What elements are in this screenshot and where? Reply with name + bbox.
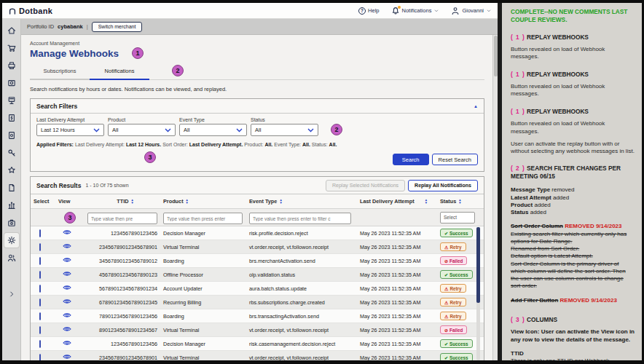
event-type-select[interactable]: All xyxy=(179,124,247,136)
cell-last-delivery: May 26 2023 11:52:35 AM xyxy=(360,285,440,292)
collapse-icon[interactable]: ▲ xyxy=(474,104,478,108)
terminal-icon[interactable] xyxy=(4,58,19,73)
status-badge: Retry xyxy=(440,312,466,320)
applied-value: Last Delivery Attempt. xyxy=(189,142,243,147)
cell-last-delivery: May 26 2023 11:52:35 AM xyxy=(360,341,440,347)
switch-merchant-button[interactable]: Switch merchant xyxy=(92,22,143,32)
view-eye-icon[interactable] xyxy=(63,256,71,264)
col-product[interactable]: Product▲▼ xyxy=(163,198,249,205)
row-checkbox[interactable] xyxy=(39,285,41,293)
view-eye-icon[interactable] xyxy=(63,242,71,250)
note-ttid-body: There is only one TTI ID per Webhook Sub… xyxy=(511,357,635,360)
row-checkbox[interactable] xyxy=(39,243,41,251)
status-badge: Retry xyxy=(440,242,466,251)
note-search-changes-title: ( 2 ) SEARCH FILTER CHANGES PER MEETING … xyxy=(511,165,635,180)
tab-subscriptions[interactable]: Subscriptions xyxy=(30,65,90,80)
users-icon[interactable] xyxy=(4,250,19,265)
cell-event-type: rbs.subscriptions.charge.created xyxy=(249,299,360,306)
settings-gear-icon[interactable] xyxy=(4,233,19,248)
status-badge: Success xyxy=(440,270,473,279)
status-select[interactable]: All xyxy=(251,124,318,136)
note-add-filter-removed: Add Filter Button REMOVED 9/14/2023 xyxy=(511,297,635,304)
cell-last-delivery: May 26 2023 11:52:35 AM xyxy=(360,258,440,264)
replay-all-button[interactable]: Replay All Notifications xyxy=(408,180,478,191)
view-eye-icon[interactable] xyxy=(63,283,71,292)
row-checkbox[interactable] xyxy=(39,340,41,348)
table-body: 1234567890123456 Decision Manager risk.p… xyxy=(31,226,484,360)
row-checkbox[interactable] xyxy=(39,326,41,334)
event-filter-input[interactable] xyxy=(249,213,351,224)
product-select[interactable]: All xyxy=(108,124,176,136)
last-delivery-attempt-select[interactable]: Last 12 Hours xyxy=(36,124,104,136)
search-button[interactable]: Search xyxy=(393,154,429,165)
select-value: Last 12 Hours xyxy=(41,127,75,133)
cell-product: Virtual Terminal xyxy=(163,355,249,361)
key-icon[interactable] xyxy=(4,146,19,160)
cell-product: Boarding xyxy=(163,258,249,264)
view-eye-icon[interactable] xyxy=(63,325,71,333)
reset-search-button[interactable]: Reset Search xyxy=(432,154,478,165)
star-badge-icon[interactable] xyxy=(4,163,19,178)
applied-value: Last 12 Hours. xyxy=(126,142,161,147)
help-menu[interactable]: ? Help xyxy=(358,7,379,15)
content-scrollbar[interactable] xyxy=(492,35,498,360)
sort-icon[interactable]: ▲▼ xyxy=(458,199,461,204)
status-badge: Success xyxy=(440,229,473,237)
cell-product: Decision Manager xyxy=(163,230,249,237)
doc-bolt-icon[interactable] xyxy=(4,111,19,125)
table-scrollbar[interactable] xyxy=(476,227,480,360)
row-checkbox[interactable] xyxy=(39,271,41,279)
home-icon[interactable] xyxy=(4,23,19,38)
view-eye-icon[interactable] xyxy=(63,311,71,320)
tab-notifications[interactable]: Notifications xyxy=(90,65,149,80)
product-filter-input[interactable] xyxy=(163,213,243,224)
row-checkbox[interactable] xyxy=(39,312,41,320)
row-checkbox[interactable] xyxy=(39,229,41,237)
view-eye-icon[interactable] xyxy=(63,228,71,237)
card-reader-icon[interactable] xyxy=(4,93,19,108)
cell-last-delivery: May 26 2023 11:52:35 AM xyxy=(360,327,440,333)
results-count: 1 - 10 Of 75 shown xyxy=(85,183,128,188)
cart-icon[interactable] xyxy=(4,41,19,55)
view-eye-icon[interactable] xyxy=(63,352,71,360)
col-status[interactable]: Status▲▼ xyxy=(440,198,482,205)
sort-icon[interactable]: ▲▼ xyxy=(186,199,189,204)
cell-event-type: vt.order.receipt, vt.followon.receipt xyxy=(249,327,360,333)
note-sort-order-removed: Sort Order Column REMOVED 9/14/2023 xyxy=(511,223,635,230)
view-eye-icon[interactable] xyxy=(63,339,71,347)
status-badge: Failed xyxy=(440,256,467,265)
table-scrollbar-thumb[interactable] xyxy=(476,227,480,303)
row-checkbox[interactable] xyxy=(39,257,41,265)
search-results-title: Search Results xyxy=(36,182,81,189)
col-last-delivery[interactable]: Last Delivery Attempt▲▼ xyxy=(360,198,440,205)
expand-chevron-icon[interactable] xyxy=(4,287,19,301)
ttid-filter-input[interactable] xyxy=(87,213,157,224)
content-scrollbar-thumb[interactable] xyxy=(494,36,498,76)
row-checkbox[interactable] xyxy=(39,298,41,306)
chevron-down-icon xyxy=(93,128,100,132)
notifications-menu[interactable]: Notifications xyxy=(391,7,440,15)
select-value: All xyxy=(255,127,261,133)
view-eye-icon[interactable] xyxy=(63,269,71,278)
chevron-down-icon xyxy=(165,128,171,132)
col-ttid[interactable]: TTID▲▼ xyxy=(87,198,163,205)
col-event-type[interactable]: Event Type▲▼ xyxy=(249,198,360,205)
note-view-icon: View Icon: User can activate the View ic… xyxy=(511,328,635,343)
user-menu[interactable]: Giovanni xyxy=(451,7,492,15)
cell-last-delivery: May 26 2023 11:52:35 AM xyxy=(360,313,440,320)
sort-icon[interactable]: ▲▼ xyxy=(279,199,282,204)
case-gear-icon[interactable] xyxy=(4,215,19,230)
status-filter-select[interactable]: Select xyxy=(440,212,475,223)
box-gear-icon[interactable] xyxy=(4,76,19,90)
replay-selected-button[interactable]: Replay Selected Notifications xyxy=(326,180,405,191)
sort-icon[interactable]: ▲▼ xyxy=(130,199,133,204)
brand-logo[interactable]: Dotbank xyxy=(8,7,52,15)
document-icon[interactable] xyxy=(4,181,19,195)
sort-icon[interactable]: ▲▼ xyxy=(425,199,428,204)
row-checkbox[interactable] xyxy=(39,354,41,361)
note-replay-2-title: ( 1 ) REPLAY WEBHOOKS xyxy=(511,71,635,79)
chart-icon[interactable] xyxy=(4,198,19,213)
note-replay-3-body2: User can activate the replay button with… xyxy=(511,141,635,155)
doc-gear-icon[interactable] xyxy=(4,128,19,143)
view-eye-icon[interactable] xyxy=(63,297,71,306)
